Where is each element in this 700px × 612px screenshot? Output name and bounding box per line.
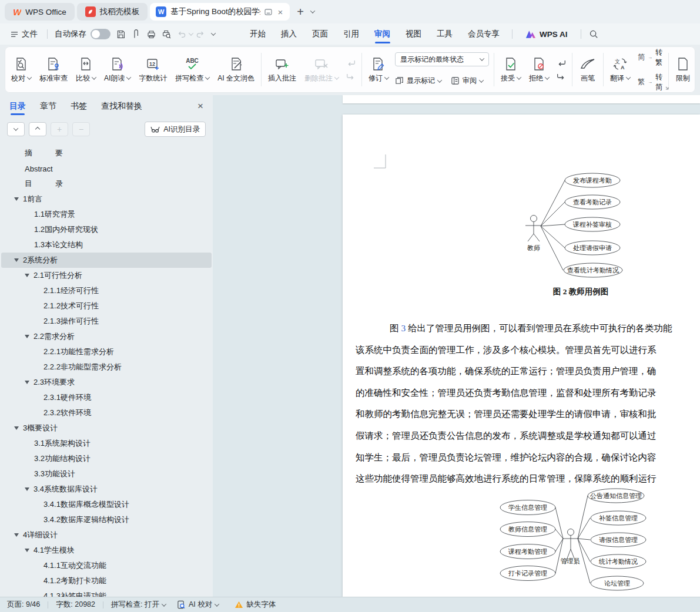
toc-item[interactable]: 4.1.1互动交流功能 xyxy=(1,558,212,573)
ai-recognize-toc-button[interactable]: AI识别目录 xyxy=(145,122,206,137)
toc-item[interactable]: 3.3功能设计 xyxy=(1,466,212,482)
missing-font-warning[interactable]: 缺失字体 xyxy=(235,600,276,610)
toc-item[interactable]: 4.1学生模块 xyxy=(1,543,212,558)
toc-item[interactable]: 2.3环境要求 xyxy=(1,375,212,390)
tab-contents[interactable]: 目录 xyxy=(9,95,26,117)
expand-triangle-icon[interactable] xyxy=(14,258,19,262)
zoom-out-level-button[interactable]: − xyxy=(72,122,90,136)
toc-item[interactable]: 3.1系统架构设计 xyxy=(1,436,212,451)
search-icon[interactable] xyxy=(586,27,601,41)
accept-button[interactable]: 接受 xyxy=(497,48,525,92)
ai-read-button[interactable]: AI朗读 xyxy=(100,48,135,92)
group-expander-icon[interactable] xyxy=(665,86,669,90)
document-page[interactable]: 教师 发布课程考勤 查看考勤记录 课程补签审核 处理请假申请 查看统计考勤情况 … xyxy=(343,115,700,597)
menu-item-view[interactable]: 视图 xyxy=(398,23,429,45)
collapse-all-button[interactable] xyxy=(7,122,25,136)
save-button[interactable] xyxy=(113,27,128,41)
toc-item[interactable]: 2.2需求分析 xyxy=(1,329,212,344)
toc-item[interactable]: 摘 要 xyxy=(1,146,212,161)
tab-chapters[interactable]: 章节 xyxy=(40,95,56,117)
tab-bookmarks[interactable]: 书签 xyxy=(71,95,87,117)
next-revision-icon[interactable] xyxy=(556,72,567,80)
file-menu[interactable]: 文件 xyxy=(6,29,42,39)
previous-revision-icon[interactable] xyxy=(556,59,567,67)
toc-item[interactable]: 1.3本论文结构 xyxy=(1,237,212,253)
document-workspace[interactable]: 教师 发布课程考勤 查看考勤记录 课程补签审核 处理请假申请 查看统计考勤情况 … xyxy=(213,95,700,597)
revise-button[interactable]: 修订 xyxy=(364,48,393,92)
toc-item[interactable]: 2.3.1硬件环境 xyxy=(1,390,212,405)
expand-triangle-icon[interactable] xyxy=(14,533,19,537)
reject-button[interactable]: 拒绝 xyxy=(525,48,553,92)
expand-all-button[interactable] xyxy=(29,122,46,136)
toc-item[interactable]: 3.4系统数据库设计 xyxy=(1,482,212,497)
toc-item[interactable]: 目 录 xyxy=(1,176,212,191)
export-pdf-button[interactable] xyxy=(128,27,143,41)
zoom-in-level-button[interactable]: + xyxy=(51,122,68,136)
menu-item-insert[interactable]: 插入 xyxy=(273,23,304,45)
expand-triangle-icon[interactable] xyxy=(25,381,29,384)
autosave-toggle[interactable] xyxy=(91,29,110,39)
new-tab-button[interactable]: + xyxy=(292,5,309,19)
toc-item[interactable]: 2.1.2技术可行性 xyxy=(1,298,212,314)
toc-item[interactable]: 3概要设计 xyxy=(1,421,212,436)
page-indicator[interactable]: 页面: 9/46 xyxy=(7,600,40,610)
brush-button[interactable]: 画笔 xyxy=(575,48,601,92)
markup-state-select[interactable]: 显示标记的最终状态 xyxy=(395,52,489,66)
toc-item[interactable]: 4详细设计 xyxy=(1,527,212,543)
menu-item-home[interactable]: 开始 xyxy=(242,23,273,45)
menu-item-member[interactable]: 会员专享 xyxy=(460,23,507,45)
print-preview-button[interactable] xyxy=(159,27,174,41)
menu-item-review[interactable]: 审阅 xyxy=(367,23,398,45)
wps-ai-button[interactable]: WPS AI xyxy=(517,30,576,39)
word-count-button[interactable]: 12 字数统计 xyxy=(135,48,171,92)
ai-proofread-status[interactable]: AI 校对 xyxy=(177,600,219,610)
toc-item[interactable]: 3.4.1数据库概念模型设计 xyxy=(1,497,212,512)
word-count-indicator[interactable]: 字数: 20982 xyxy=(56,600,95,610)
delete-comment-button[interactable]: 删除批注 xyxy=(300,48,343,92)
toc-item[interactable]: 4.1.2考勤打卡功能 xyxy=(1,573,212,589)
expand-triangle-icon[interactable] xyxy=(14,197,19,201)
toc-item[interactable]: 2系统分析 xyxy=(1,253,212,268)
ai-polish-button[interactable]: AI 全文润色 xyxy=(213,48,259,92)
toc-item[interactable]: 2.2.2非功能型需求分析 xyxy=(1,359,212,375)
tab-wps-office[interactable]: W WPS Office xyxy=(5,3,75,21)
insert-comment-button[interactable]: 插入批注 xyxy=(264,48,300,92)
next-comment-icon[interactable] xyxy=(346,72,356,80)
toc-item[interactable]: 1.1研究背景 xyxy=(1,207,212,222)
spell-check-button[interactable]: ABC 拼写检查 xyxy=(171,48,213,92)
spell-check-status[interactable]: 拼写检查: 打开 xyxy=(111,600,166,610)
menu-item-page[interactable]: 页面 xyxy=(304,23,336,45)
toc-item[interactable]: Abstract xyxy=(1,161,212,176)
translate-button[interactable]: 文A 翻译 xyxy=(606,48,634,92)
toc-item[interactable]: 3.2功能结构设计 xyxy=(1,451,212,466)
body-paragraph[interactable]: 图 3 给出了管理员用例图，可以看到管理员在系统中可执行的各类功能 该系统中负责… xyxy=(356,318,700,490)
toc-item[interactable]: 2.1可行性分析 xyxy=(1,268,212,283)
tab-template-store[interactable]: 找稻壳模板 xyxy=(77,3,148,21)
standard-review-button[interactable]: 标准审查 xyxy=(35,48,72,92)
tab-preview-icon[interactable] xyxy=(264,9,272,15)
toc-item[interactable]: 2.1.3操作可行性 xyxy=(1,314,212,329)
tab-document[interactable]: W 基于Spring Boot的校园学生 × xyxy=(150,3,290,21)
expand-triangle-icon[interactable] xyxy=(25,487,29,491)
quickbar-customize-chevron-icon[interactable] xyxy=(211,31,216,35)
toc-item[interactable]: 2.3.2软件环境 xyxy=(1,405,212,421)
undo-button[interactable] xyxy=(174,27,189,41)
to-traditional-button[interactable]: 简→ 转繁 xyxy=(638,48,662,68)
expand-triangle-icon[interactable] xyxy=(14,426,19,430)
menu-item-reference[interactable]: 引用 xyxy=(336,23,367,45)
toc-item[interactable]: 4.1.3补签申请功能 xyxy=(1,589,212,597)
tab-list-chevron-icon[interactable] xyxy=(310,8,315,13)
toc-item[interactable]: 2.2.1功能性需求分析 xyxy=(1,344,212,359)
toc-item[interactable]: 2.1.1经济可行性 xyxy=(1,283,212,298)
show-markup-button[interactable]: 显示标记 xyxy=(395,76,441,86)
review-pane-button[interactable]: 审阅 xyxy=(451,76,483,86)
menu-item-tools[interactable]: 工具 xyxy=(429,23,460,45)
toc-item[interactable]: 1前言 xyxy=(1,191,212,207)
proofread-button[interactable]: 校对 xyxy=(7,48,35,92)
toc-item[interactable]: 3.4.2数据库逻辑结构设计 xyxy=(1,512,212,527)
print-button[interactable] xyxy=(143,27,159,41)
redo-button[interactable] xyxy=(193,27,208,41)
tab-find-replace[interactable]: 查找和替换 xyxy=(101,95,142,117)
compare-button[interactable]: 比较 xyxy=(72,48,100,92)
to-simplified-button[interactable]: 繁→ 转简 xyxy=(638,72,662,92)
